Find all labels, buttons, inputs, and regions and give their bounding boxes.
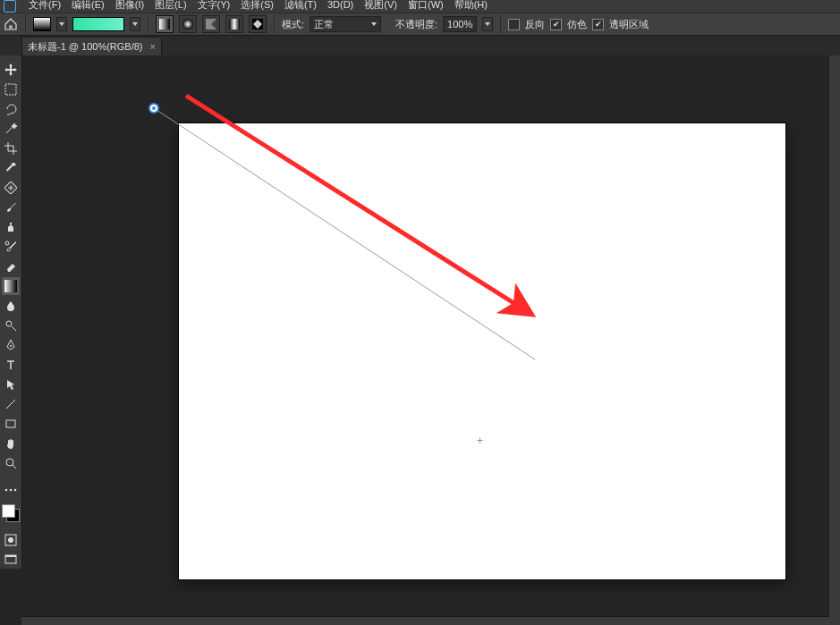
close-tab-icon[interactable]: × — [150, 41, 156, 52]
tool-clone[interactable] — [2, 218, 20, 236]
svg-point-13 — [6, 321, 12, 326]
svg-point-22 — [8, 537, 13, 543]
edit-toolbar-icon[interactable] — [2, 481, 20, 499]
screen-mode-icon[interactable] — [2, 551, 20, 569]
tool-pen[interactable] — [2, 336, 20, 354]
opacity-label: 不透明度: — [395, 18, 437, 31]
document-tab-bar: 未标题-1 @ 100%(RGB/8) × — [0, 36, 840, 56]
foreground-gradient-swatch[interactable] — [33, 17, 51, 31]
menu-type[interactable]: 文字(Y) — [198, 0, 231, 10]
mode-value: 正常 — [314, 18, 334, 31]
transparency-checkbox[interactable] — [592, 19, 604, 30]
svg-rect-12 — [4, 280, 17, 292]
gradient-preview[interactable] — [72, 17, 124, 31]
mode-label: 模式: — [282, 18, 304, 31]
right-panel-gutter[interactable] — [828, 55, 840, 625]
home-icon[interactable] — [4, 17, 18, 31]
tool-magic-wand[interactable] — [2, 120, 20, 138]
quick-mask-icon[interactable] — [2, 531, 20, 549]
separator — [500, 15, 501, 33]
separator — [274, 15, 275, 33]
menu-bar: 文件(F) 编辑(E) 图像(I) 图层(L) 文字(Y) 选择(S) 滤镜(T… — [0, 0, 840, 13]
tool-lasso[interactable] — [2, 100, 20, 118]
svg-point-19 — [10, 489, 13, 492]
opacity-value[interactable]: 100% — [443, 16, 477, 32]
tool-dodge[interactable] — [2, 317, 20, 334]
tool-line[interactable] — [2, 395, 20, 413]
tool-crop[interactable] — [2, 139, 20, 157]
gradient-style-angle-icon[interactable] — [202, 15, 220, 33]
gradient-style-linear-icon[interactable] — [156, 15, 174, 33]
tool-spot-heal[interactable] — [2, 179, 20, 197]
tool-eyedropper[interactable] — [2, 159, 20, 177]
app-logo-icon — [4, 0, 16, 13]
menu-3d[interactable]: 3D(D) — [327, 0, 353, 10]
gradient-style-radial-icon[interactable] — [179, 15, 197, 33]
menu-help[interactable]: 帮助(H) — [454, 0, 488, 10]
svg-rect-0 — [159, 19, 170, 30]
gradient-swatch-dropdown[interactable] — [56, 17, 67, 31]
svg-rect-16 — [6, 420, 15, 427]
svg-point-11 — [5, 241, 9, 245]
gradient-preset-dropdown[interactable] — [130, 17, 140, 31]
canvas[interactable] — [179, 123, 785, 579]
transparency-label: 透明区域 — [609, 18, 649, 31]
options-bar: 模式: 正常 不透明度: 100% 反向 仿色 透明区域 — [0, 13, 840, 36]
dither-checkbox[interactable] — [550, 19, 562, 30]
tool-path-select[interactable] — [2, 376, 20, 393]
separator — [148, 15, 148, 33]
foreground-color-swatch[interactable] — [2, 504, 15, 518]
svg-point-14 — [10, 345, 12, 347]
tool-box — [0, 55, 22, 569]
tool-hand[interactable] — [2, 435, 20, 452]
dither-label: 仿色 — [567, 18, 587, 31]
tool-gradient[interactable] — [2, 277, 20, 295]
document-tab[interactable]: 未标题-1 @ 100%(RGB/8) × — [21, 37, 162, 55]
svg-point-1 — [182, 19, 193, 30]
menu-window[interactable]: 窗口(W) — [408, 0, 444, 10]
reverse-label: 反向 — [525, 18, 545, 31]
gradient-style-diamond-icon[interactable] — [249, 15, 267, 33]
svg-rect-9 — [5, 84, 16, 95]
menu-image[interactable]: 图像(I) — [115, 0, 144, 10]
status-bar — [21, 616, 829, 625]
opacity-dropdown[interactable] — [482, 17, 493, 31]
separator — [25, 15, 26, 33]
svg-point-18 — [5, 489, 8, 492]
tool-rectangle[interactable] — [2, 415, 20, 433]
svg-rect-24 — [5, 555, 16, 557]
workspace: + — [0, 55, 840, 625]
gradient-style-reflected-icon[interactable] — [225, 15, 243, 33]
tool-type[interactable] — [2, 356, 20, 374]
menu-view[interactable]: 视图(V) — [364, 0, 397, 10]
svg-point-6 — [149, 104, 158, 113]
tool-eraser[interactable] — [2, 258, 20, 275]
menu-edit[interactable]: 编辑(E) — [72, 0, 105, 10]
menu-select[interactable]: 选择(S) — [241, 0, 274, 10]
document-title: 未标题-1 @ 100%(RGB/8) — [28, 40, 143, 54]
tool-move[interactable] — [2, 61, 20, 79]
mode-dropdown[interactable]: 正常 — [310, 16, 381, 32]
tool-history-brush[interactable] — [2, 238, 20, 256]
svg-rect-3 — [229, 19, 240, 30]
tool-zoom[interactable] — [2, 454, 20, 472]
tool-rect-marquee[interactable] — [2, 80, 20, 98]
reverse-checkbox[interactable] — [508, 19, 520, 30]
svg-point-7 — [152, 106, 156, 110]
tool-brush[interactable] — [2, 198, 20, 216]
menu-file[interactable]: 文件(F) — [29, 0, 61, 10]
svg-line-15 — [6, 400, 15, 409]
svg-point-17 — [6, 459, 13, 466]
tool-blur[interactable] — [2, 297, 20, 315]
svg-point-20 — [14, 489, 17, 492]
color-swatches[interactable] — [2, 504, 20, 522]
menu-layer[interactable]: 图层(L) — [155, 0, 186, 10]
menu-filter[interactable]: 滤镜(T) — [284, 0, 317, 10]
